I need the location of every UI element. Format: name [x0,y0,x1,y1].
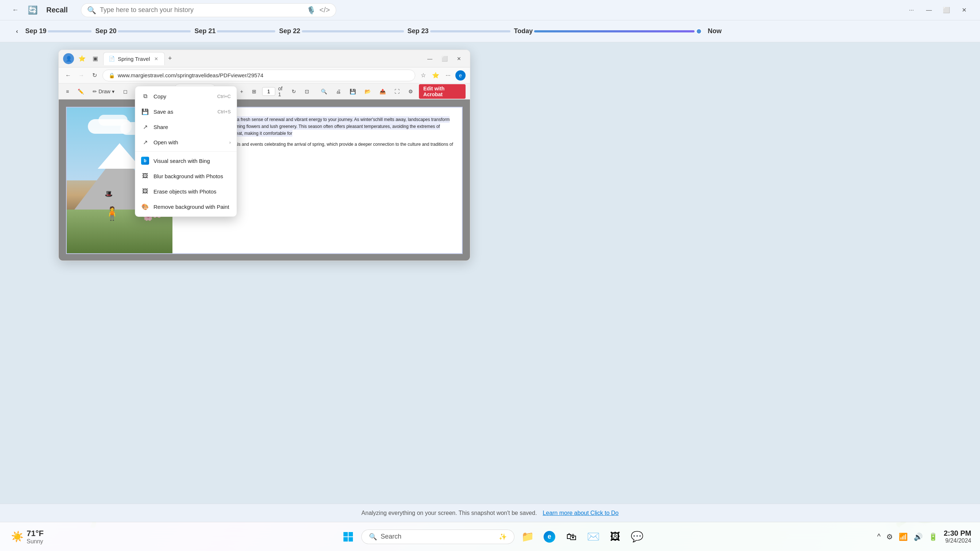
taskbar-store-icon[interactable]: 🛍 [563,528,580,546]
pdf-more-button[interactable]: ⊡ [302,87,312,96]
visual-search-label: Visual search with Bing [153,158,231,164]
recall-maximize-button[interactable]: ⬜ [939,5,954,16]
pdf-settings-button[interactable]: ⚙ [406,87,416,96]
browser-edge-icon[interactable]: e [455,70,466,81]
browser-tab-spring-travel[interactable]: 📄 Spring Travel ✕ [103,52,165,65]
timeline-sep22[interactable]: Sep 22 [279,27,404,35]
browser-profile-icon[interactable]: 👤 [63,53,74,64]
recall-minimize-button[interactable]: — [922,5,936,16]
timeline-sep19[interactable]: Sep 19 [25,27,92,35]
browser-favorites-icon[interactable]: ☆ [418,70,428,81]
system-clock[interactable]: 2:30 PM 9/24/2024 [943,529,971,544]
pdf-share-button[interactable]: 📤 [377,87,389,96]
browser-refresh-button[interactable]: ↻ [89,70,100,81]
taskbar-center-section: 🔍 Search ✨ 📁 e 🛍 ✉️ 🖼 💬 [110,528,876,546]
timeline-segment-sep19 [48,30,92,32]
timeline-sep23[interactable]: Sep 23 [407,27,511,35]
timeline-sep20[interactable]: Sep 20 [95,27,191,35]
timeline-today[interactable]: Today Now [514,27,722,35]
recall-search-input[interactable] [100,6,303,14]
context-menu-open-with[interactable]: ↗ Open with › [135,135,237,150]
browser-split-icon[interactable]: ▣ [90,54,100,64]
tray-sound-icon[interactable]: 🔊 [912,531,924,543]
new-tab-button[interactable]: + [165,54,175,64]
address-lock-icon: 🔒 [109,73,115,78]
recall-more-button[interactable]: ··· [904,5,919,16]
browser-more-options-icon[interactable]: ··· [443,70,453,81]
copy-icon: ⧉ [141,92,149,100]
browser-window-controls: — ⬜ ✕ [423,54,466,64]
edit-with-acrobat-button[interactable]: Edit with Acrobat [419,84,466,99]
timeline-sep21[interactable]: Sep 21 [194,27,275,35]
taskbar-mail-icon[interactable]: ✉️ [584,528,602,546]
hat-icon: 🎩 [105,190,113,198]
system-tray: ^ ⚙ 📶 🔊 🔋 [876,531,939,543]
blur-background-label: Blur background with Photos [153,173,231,179]
context-menu-save-as[interactable]: 💾 Save as Ctrl+S [135,104,237,119]
pdf-page-number-input[interactable] [262,87,275,96]
taskbar-teams-icon[interactable]: 💬 [628,528,646,546]
timeline-nav-left[interactable]: ‹ [9,21,25,42]
pdf-save-button[interactable]: 💾 [347,87,359,96]
taskbar-edge-browser-icon[interactable]: e [541,528,558,546]
browser-maximize-button[interactable]: ⬜ [438,54,451,64]
timeline-segment-today [534,30,695,32]
context-menu-blur-background[interactable]: 🖼 Blur background with Photos [135,168,237,184]
bing-icon: b [141,157,149,165]
pdf-fullscreen-button[interactable]: ⛶ [391,87,402,96]
recall-learn-more-link[interactable]: Learn more about Click to Do [543,510,619,516]
taskbar-right-section: ^ ⚙ 📶 🔊 🔋 2:30 PM 9/24/2024 [876,529,980,544]
pdf-annotation-button[interactable]: ✏️ [75,87,87,96]
recall-search-bar[interactable]: 🔍 🎙️ </> [81,3,336,17]
browser-collections-icon[interactable]: ⭐ [77,54,87,64]
save-as-shortcut: Ctrl+S [218,109,231,114]
browser-address-bar[interactable]: 🔒 www.margiestravel.com/springtravelidea… [102,70,415,81]
timeline-segment-sep22 [302,30,404,32]
microphone-icon[interactable]: 🎙️ [307,6,316,14]
traveler-figure: 🧍 [104,206,120,221]
browser-close-button[interactable]: ✕ [452,54,466,64]
tray-chevron-icon[interactable]: ^ [876,531,882,542]
taskbar-photos-icon[interactable]: 🖼 [606,528,624,546]
taskbar-search-label: Search [380,533,401,540]
paint-icon: 🎨 [141,203,149,211]
context-menu-visual-search[interactable]: b Visual search with Bing [135,153,237,168]
weather-sun-icon: ☀️ [11,530,24,543]
recall-close-button[interactable]: ✕ [957,5,971,16]
pdf-document: 🌸 🌸 🧍 🎩 Traveling in the spri [66,107,463,254]
pdf-open-button[interactable]: 📂 [362,87,374,96]
browser-url-text: www.margiestravel.com/springtravelideas/… [118,72,409,78]
pdf-search-button[interactable]: 🔍 [318,87,330,96]
code-icon[interactable]: </> [320,6,330,14]
pdf-zoom-in-button[interactable]: + [237,87,246,96]
tray-network-icon[interactable]: 📶 [897,531,909,543]
pdf-draw-button[interactable]: ✏ Draw ▾ [90,87,118,96]
pdf-rotate-button[interactable]: ↻ [289,87,299,96]
context-menu-share[interactable]: ↗ Share [135,119,237,135]
open-with-label: Open with [153,139,225,145]
timeline-date-sep23: Sep 23 [407,27,429,35]
taskbar-search-bar[interactable]: 🔍 Search ✨ [361,529,514,544]
browser-window: 👤 ⭐ ▣ 📄 Spring Travel ✕ + — ⬜ ✕ [58,49,470,261]
tray-settings-icon[interactable]: ⚙ [885,531,894,543]
pdf-print-button[interactable]: 🖨 [333,87,344,96]
browser-minimize-button[interactable]: — [423,54,436,64]
timeline-current-dot [696,29,702,34]
pdf-erase-button[interactable]: ◻ [120,87,130,96]
recall-back-button[interactable]: ← [9,4,22,17]
tab-close-button[interactable]: ✕ [153,56,159,62]
context-menu-remove-background[interactable]: 🎨 Remove background with Paint [135,199,237,214]
browser-forward-button[interactable]: → [76,70,86,81]
pdf-menu-button[interactable]: ≡ [63,87,72,96]
context-menu-divider-1 [135,151,237,152]
pdf-fit-width-button[interactable]: ⊞ [249,87,259,96]
context-menu-copy[interactable]: ⧉ Copy Ctrl+C [135,89,237,104]
taskbar-file-explorer-icon[interactable]: 📁 [519,528,536,546]
tray-battery-icon[interactable]: 🔋 [927,531,939,543]
browser-back-button[interactable]: ← [63,70,73,81]
weather-widget[interactable]: ☀️ 71°F Sunny [7,527,48,547]
share-label: Share [153,124,231,130]
start-button[interactable] [339,528,357,546]
browser-collections-star-icon[interactable]: ⭐ [431,70,441,81]
context-menu-erase-objects[interactable]: 🖼 Erase objects with Photos [135,184,237,199]
